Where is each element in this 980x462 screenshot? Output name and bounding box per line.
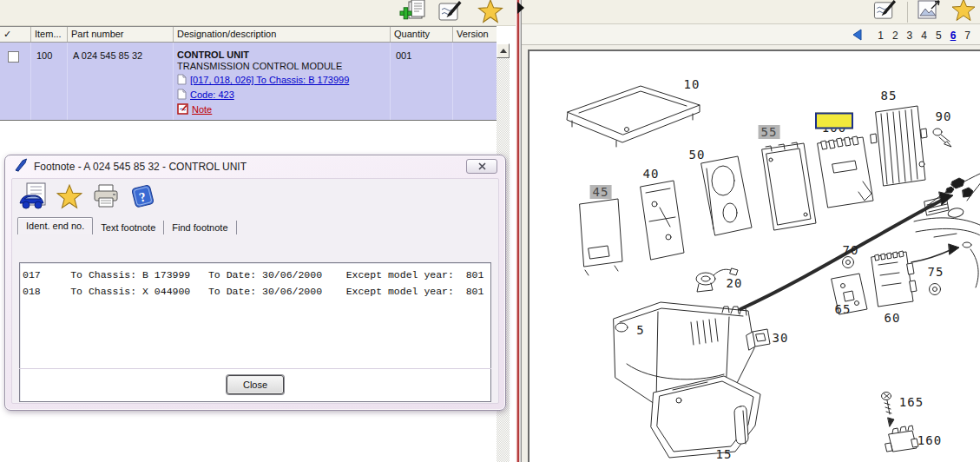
vehicle-data-button[interactable] — [19, 184, 47, 212]
dialog-client-area: ? Ident. end no. Text footnote Find foot… — [11, 178, 499, 404]
diagram-label-70[interactable]: 70 — [843, 243, 859, 257]
printer-icon — [92, 183, 120, 213]
help-book-icon: ? — [128, 183, 156, 213]
dialog-tabs: Ident. end no. Text footnote Find footno… — [17, 216, 498, 234]
row-item: 100 — [31, 43, 68, 120]
diagram-label-160[interactable]: 160 — [918, 433, 942, 447]
pager-page-3[interactable]: 3 — [907, 30, 913, 42]
page-icon — [177, 74, 187, 87]
designation-description: TRANSMISSION CONTROL MODULE — [174, 60, 390, 71]
designation-title: CONTROL UNIT — [174, 43, 390, 60]
column-check: ✓ — [0, 27, 31, 42]
add-to-shopping-list-button[interactable] — [398, 0, 427, 25]
dialog-button-row: Close — [19, 368, 491, 399]
diagram-label-45[interactable]: 45 — [590, 185, 612, 199]
diagram-label-50[interactable]: 50 — [689, 148, 706, 162]
add-document-icon — [398, 0, 426, 27]
tab-text-footnote[interactable]: Text footnote — [93, 221, 164, 234]
note-link[interactable]: Note — [192, 104, 212, 115]
tab-find-footnote[interactable]: Find footnote — [164, 221, 236, 234]
table-row[interactable]: 100 A 024 545 85 32 CONTROL UNIT TRANSMI… — [0, 43, 497, 121]
diagram-label-30[interactable]: 30 — [773, 331, 789, 345]
diagram-label-5[interactable]: 5 — [636, 323, 644, 337]
column-item: Item... — [31, 27, 68, 42]
footnote-pen-icon — [14, 158, 28, 175]
column-designation: Designation/description — [174, 27, 391, 42]
row-designation-cell: CONTROL UNIT TRANSMISSION CONTROL MODULE… — [174, 43, 391, 120]
pager-page-2[interactable]: 2 — [892, 30, 898, 42]
favorites-button[interactable] — [476, 0, 505, 25]
footnote-link[interactable]: [017, 018, 026] To Chassis: B 173999 — [190, 75, 349, 85]
right-toolbar — [522, 0, 980, 24]
notes-button[interactable] — [436, 0, 465, 25]
code-link[interactable]: Code: 423 — [190, 89, 234, 100]
diagram-label-85[interactable]: 85 — [881, 89, 898, 102]
dialog-title: Footnote - A 024 545 85 32 - CONTROL UNI… — [34, 161, 247, 173]
diagram-label-165[interactable]: 165 — [899, 395, 924, 409]
diagram-label-100[interactable]: 100 — [815, 113, 853, 135]
pager-pages: 1234567 — [873, 27, 975, 43]
notes-button[interactable] — [871, 0, 900, 23]
pager-page-4[interactable]: 4 — [921, 30, 927, 42]
close-button[interactable]: Close — [227, 375, 284, 394]
diagram-label-40[interactable]: 40 — [643, 167, 660, 181]
column-version: Version — [453, 27, 497, 42]
row-quantity: 001 — [391, 43, 453, 120]
star-icon — [477, 0, 503, 27]
tab-ident-end-no[interactable]: Ident. end no. — [17, 217, 93, 234]
column-quantity: Quantity — [391, 27, 453, 42]
dialog-close-button[interactable] — [466, 159, 497, 174]
favorites-button[interactable] — [56, 184, 83, 212]
dialog-toolbar: ? — [12, 179, 498, 214]
parts-table: ✓ Item... Part number Designation/descri… — [0, 26, 497, 121]
star-icon — [950, 0, 977, 25]
footnote-dialog: Footnote - A 024 545 85 32 - CONTROL UNI… — [4, 155, 506, 411]
selected-part-highlight — [815, 113, 853, 129]
diagram-label-55[interactable]: 55 — [759, 125, 780, 139]
diagram-labels: 10859055100504045702075656053016516015 — [529, 51, 980, 462]
notes-icon — [437, 0, 464, 27]
favorites-button[interactable] — [949, 0, 978, 23]
pager-page-7[interactable]: 7 — [964, 30, 970, 42]
left-toolbar — [0, 0, 516, 26]
pager-page-6[interactable]: 6 — [950, 30, 957, 42]
dialog-titlebar[interactable]: Footnote - A 024 545 85 32 - CONTROL UNI… — [5, 155, 505, 177]
row-part-number: A 024 545 85 32 — [68, 43, 174, 120]
column-part-number: Part number — [68, 27, 174, 42]
pane-splitter[interactable] — [516, 0, 522, 462]
star-icon — [56, 184, 82, 213]
footnote-line[interactable]: 018 To Chassis: X 044900 To Date: 30/06/… — [23, 283, 488, 300]
print-button[interactable] — [92, 184, 120, 212]
page-navigation: 1234567 — [522, 24, 980, 45]
diagram-label-75[interactable]: 75 — [928, 265, 944, 279]
notes-icon — [872, 0, 898, 25]
toolbar-separator — [907, 2, 908, 23]
diagram-label-10[interactable]: 10 — [684, 77, 700, 91]
splitter-collapse-handle[interactable] — [517, 2, 524, 14]
diagram-label-20[interactable]: 20 — [727, 276, 743, 290]
image-icon — [916, 0, 942, 25]
table-header: ✓ Item... Part number Designation/descri… — [0, 26, 497, 43]
row-version — [453, 43, 497, 120]
diagram-canvas: 10859055100504045702075656053016516015 — [528, 50, 980, 462]
pager-page-1[interactable]: 1 — [878, 30, 884, 42]
diagram-label-15[interactable]: 15 — [716, 447, 733, 461]
vehicle-icon — [18, 182, 48, 214]
row-checkbox[interactable] — [8, 51, 19, 63]
note-icon — [177, 103, 188, 116]
footnote-line[interactable]: 017 To Chassis: B 173999 To Date: 30/06/… — [23, 267, 488, 283]
diagram-pane: 1234567 — [522, 0, 980, 462]
scroll-up-button[interactable] — [497, 43, 510, 58]
pager-page-5[interactable]: 5 — [936, 30, 942, 42]
up-arrow-icon — [500, 49, 507, 53]
diagram-label-90[interactable]: 90 — [936, 109, 952, 123]
diagram-label-60[interactable]: 60 — [885, 311, 901, 325]
help-button[interactable]: ? — [128, 184, 156, 212]
diagram-label-65[interactable]: 65 — [835, 302, 852, 316]
image-view-button[interactable] — [914, 0, 944, 23]
previous-page-arrow-icon[interactable] — [852, 29, 863, 41]
page-icon — [177, 89, 187, 102]
